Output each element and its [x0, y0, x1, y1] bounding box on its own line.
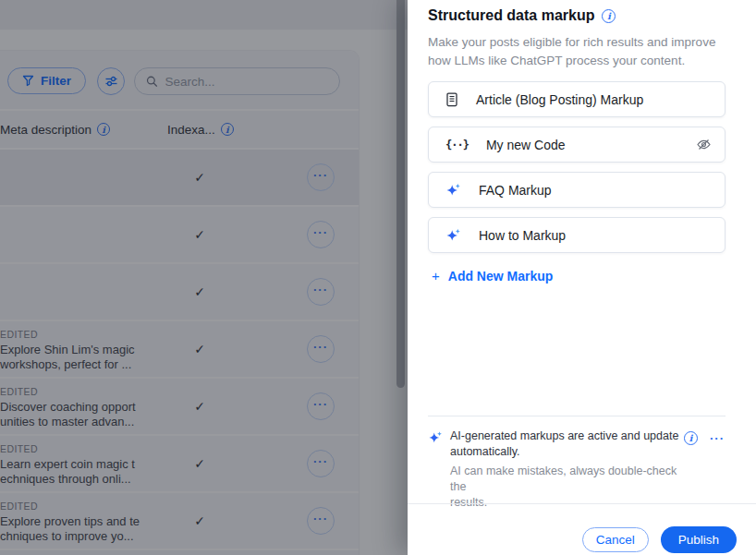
ai-note-menu-icon[interactable]: ···	[710, 431, 725, 445]
markup-card-howto[interactable]: How to Markup	[428, 217, 726, 253]
ai-note: AI-generated markups are active and upda…	[428, 428, 725, 511]
ai-note-info-icon[interactable]: i	[684, 431, 698, 445]
article-icon	[445, 92, 458, 107]
ai-sparkle-icon	[445, 228, 461, 243]
markup-card-label: FAQ Markup	[479, 183, 712, 198]
panel-footer: Cancel Publish	[408, 504, 756, 555]
panel-title: Structured data markup	[428, 7, 594, 24]
add-new-markup-label: Add New Markup	[448, 269, 554, 284]
markup-cards: Article (Blog Posting) Markup {··} My ne…	[428, 81, 726, 262]
add-new-markup-link[interactable]: + Add New Markup	[432, 268, 553, 284]
structured-data-panel: Structured data markup i Make your posts…	[408, 0, 756, 555]
panel-description-line: Make your posts eligible for rich result…	[428, 33, 730, 52]
panel-info-icon[interactable]: i	[602, 9, 616, 23]
panel-description: Make your posts eligible for rich result…	[428, 33, 730, 70]
code-icon: {··}	[445, 139, 469, 151]
markup-card-article[interactable]: Article (Blog Posting) Markup	[428, 81, 726, 117]
divider	[428, 416, 726, 416]
markup-card-label: My new Code	[486, 138, 678, 152]
ai-sparkle-icon	[445, 183, 461, 198]
markup-card-custom-code[interactable]: {··} My new Code	[428, 127, 726, 163]
ai-note-line: AI-generated markups are active and upda…	[450, 428, 684, 444]
screen: Filter	[0, 0, 756, 555]
panel-description-line: how LLMs like ChatGPT process your conte…	[428, 52, 730, 70]
markup-card-faq[interactable]: FAQ Markup	[428, 172, 726, 208]
plus-icon: +	[432, 268, 440, 284]
ai-sparkle-icon	[428, 430, 443, 445]
markup-card-label: How to Markup	[479, 228, 712, 243]
eye-off-icon[interactable]	[696, 137, 712, 152]
ai-note-line: automatically.	[450, 444, 684, 460]
publish-button[interactable]: Publish	[661, 526, 737, 553]
ai-disclaimer-line: AI can make mistakes, always double-chec…	[450, 464, 684, 495]
markup-card-label: Article (Blog Posting) Markup	[476, 92, 712, 107]
cancel-button[interactable]: Cancel	[582, 527, 649, 552]
